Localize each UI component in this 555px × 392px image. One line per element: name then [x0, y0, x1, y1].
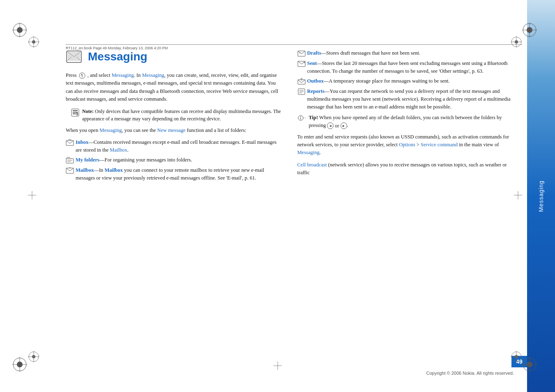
svg-rect-48 — [73, 110, 78, 111]
copyright: Copyright © 2006 Nokia. All rights reser… — [426, 371, 514, 376]
note-text: Note: Only devices that have compatible … — [82, 108, 283, 122]
drafts-text: Drafts—Stores draft messages that have n… — [307, 49, 421, 57]
two-col-layout: Messaging Press , and select Messaging. … — [66, 49, 514, 359]
service-text: To enter and send service requests (also… — [297, 133, 514, 157]
outbox-name: Outbox — [307, 78, 324, 84]
sidebar-blue: Messaging — [527, 0, 555, 392]
svg-rect-58 — [69, 167, 71, 168]
svg-rect-51 — [76, 113, 78, 115]
reg-mark-tl — [28, 36, 39, 49]
content-area: Messaging Press , and select Messaging. … — [66, 49, 514, 359]
circle-mark-tr — [522, 23, 537, 39]
drafts-icon — [297, 50, 305, 57]
nav-buttons: ◂ or ▸ — [327, 122, 347, 130]
my-folders-item: My folders—For organising your messages … — [66, 156, 283, 164]
inbox-name: Inbox — [76, 139, 88, 145]
circle-mark-br — [522, 357, 537, 374]
reg-mark-mr — [514, 191, 522, 201]
outbox-item: Outbox—A temporary storage place for mes… — [297, 77, 514, 85]
circle-mark-tl — [12, 23, 27, 39]
reg-mark-tr — [511, 36, 522, 49]
cell-broadcast-text: Cell broadcast (network service) allows … — [297, 161, 514, 177]
tip-label: Tip! — [309, 115, 318, 120]
reg-mark-bl — [28, 351, 39, 364]
tip-icon — [297, 115, 306, 122]
inbox-item: Inbox—Contains received messages except … — [66, 138, 283, 154]
svg-point-68 — [300, 116, 301, 117]
sent-item: Sent—Stores the last 20 messages that ha… — [297, 60, 514, 75]
note-box: Note: Only devices that have compatible … — [71, 108, 283, 122]
reports-item: Reports—You can request the network to s… — [297, 88, 514, 111]
col-left: Messaging Press , and select Messaging. … — [66, 49, 283, 359]
note-icon — [71, 108, 80, 117]
mailbox-text: Mailbox—In Mailbox you can connect to yo… — [76, 166, 283, 182]
drafts-name: Drafts — [307, 50, 321, 56]
inbox-text: Inbox—Contains received messages except … — [76, 138, 283, 154]
title-area: Messaging — [66, 49, 283, 64]
my-folders-icon — [66, 157, 73, 164]
right-arrow-button[interactable]: ▸ — [341, 122, 347, 129]
circle-mark-bl — [12, 357, 27, 374]
tip-text: Tip! When you have opened any of the def… — [309, 114, 514, 129]
new-message-intro: When you open Messaging, you can see the… — [66, 127, 283, 134]
mailbox-item: Mailbox—In Mailbox you can connect to yo… — [66, 166, 283, 182]
mailbox-icon — [66, 167, 73, 174]
outbox-icon — [297, 78, 305, 85]
my-folders-name: My folders — [76, 157, 99, 163]
sidebar-label: Messaging — [538, 180, 544, 212]
left-arrow-button[interactable]: ◂ — [327, 122, 334, 129]
my-folders-text: My folders—For organising your messages … — [76, 156, 192, 164]
reports-icon — [297, 88, 305, 95]
inbox-icon — [66, 139, 73, 146]
reports-name: Reports — [307, 88, 325, 94]
col-right: Drafts—Stores draft messages that have n… — [297, 49, 514, 359]
outbox-text: Outbox—A temporary storage place for mes… — [307, 77, 450, 85]
reg-mark-bc — [274, 362, 282, 371]
reg-mark-ml — [28, 191, 36, 201]
page-container: Messaging 49 RT112_en.book Page 49 Monda… — [0, 0, 555, 392]
sent-text: Sent—Stores the last 20 messages that ha… — [307, 60, 514, 75]
svg-rect-50 — [73, 113, 76, 114]
svg-rect-54 — [66, 159, 74, 163]
svg-rect-53 — [68, 139, 71, 141]
mailbox-name: Mailbox — [76, 167, 94, 173]
tip-box: Tip! When you have opened any of the def… — [297, 114, 514, 129]
messaging-icon — [66, 49, 83, 64]
reports-text: Reports—You can request the network to s… — [307, 88, 514, 111]
sidebar-text: Messaging — [527, 0, 555, 392]
drafts-item: Drafts—Stores draft messages that have n… — [297, 49, 514, 57]
note-label: Note: — [82, 108, 94, 114]
intro-text: Press , and select Messaging. In Messagi… — [66, 71, 283, 104]
main-title: Messaging — [88, 50, 147, 63]
svg-rect-49 — [73, 112, 78, 113]
sent-icon — [297, 60, 305, 67]
sent-name: Sent — [307, 60, 317, 66]
